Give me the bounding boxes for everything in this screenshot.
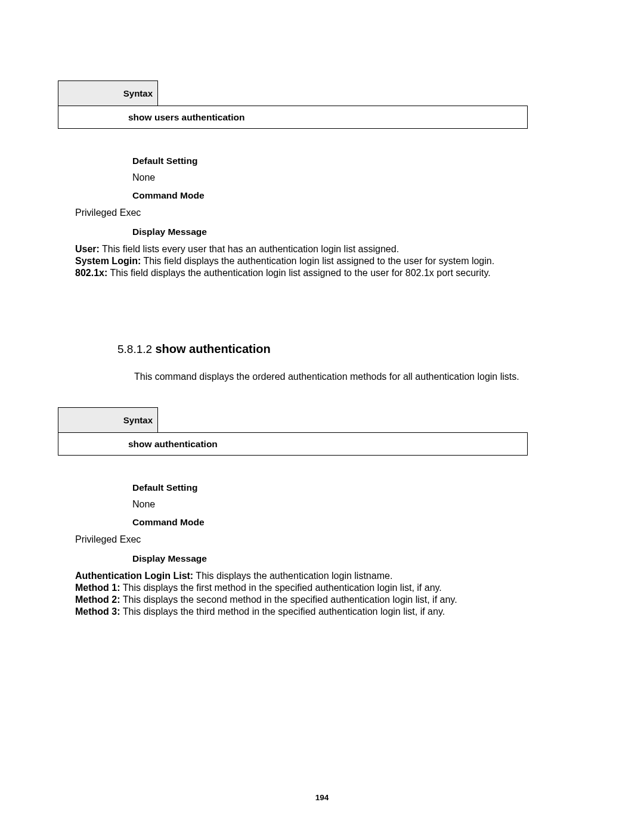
display-message-heading: Display Message bbox=[132, 227, 587, 237]
msg-text: This displays the third method in the sp… bbox=[120, 606, 445, 617]
command-mode-heading: Command Mode bbox=[132, 190, 587, 201]
syntax-label: Syntax bbox=[123, 415, 153, 425]
command-text: show users authentication bbox=[128, 112, 245, 123]
msg-text: This displays the first method in the sp… bbox=[120, 583, 442, 593]
syntax-box: Syntax bbox=[58, 80, 158, 106]
default-setting-heading: Default Setting bbox=[132, 482, 587, 493]
display-message-item: Method 1: This displays the first method… bbox=[75, 582, 587, 594]
display-message-item: System Login: This field displays the au… bbox=[75, 255, 587, 267]
display-message-heading: Display Message bbox=[132, 553, 587, 564]
command-mode-value: Privileged Exec bbox=[75, 207, 587, 219]
display-message-list: User: This field lists every user that h… bbox=[75, 243, 587, 279]
subsection-name: show authentication bbox=[155, 342, 270, 355]
msg-label: Authentication Login List: bbox=[75, 571, 193, 581]
msg-label: 802.1x: bbox=[75, 268, 107, 278]
subsection-title: 5.8.1.2 show authentication bbox=[117, 342, 587, 356]
syntax-box: Syntax bbox=[58, 407, 158, 433]
display-message-section: Display Message bbox=[132, 227, 587, 237]
default-setting-section: Default Setting None Command Mode bbox=[132, 156, 587, 201]
subsection-number: 5.8.1.2 bbox=[117, 343, 155, 355]
default-setting-section: Default Setting None Command Mode bbox=[132, 482, 587, 528]
display-message-item: Method 2: This displays the second metho… bbox=[75, 594, 587, 606]
msg-label: Method 1: bbox=[75, 583, 120, 593]
msg-text: This field displays the authentication l… bbox=[107, 268, 490, 278]
display-message-item: Authentication Login List: This displays… bbox=[75, 570, 587, 582]
default-setting-heading: Default Setting bbox=[132, 156, 587, 166]
msg-label: User: bbox=[75, 244, 100, 254]
command-box: show authentication bbox=[58, 432, 528, 456]
display-message-item: Method 3: This displays the third method… bbox=[75, 606, 587, 618]
display-message-item: 802.1x: This field displays the authenti… bbox=[75, 267, 587, 279]
display-message-item: User: This field lists every user that h… bbox=[75, 243, 587, 255]
msg-text: This displays the authentication login l… bbox=[193, 571, 392, 581]
syntax-label: Syntax bbox=[123, 88, 153, 98]
display-message-section: Display Message bbox=[132, 553, 587, 564]
msg-text: This field lists every user that has an … bbox=[100, 244, 399, 254]
default-setting-value: None bbox=[132, 499, 587, 510]
msg-label: System Login: bbox=[75, 256, 141, 266]
display-message-list: Authentication Login List: This displays… bbox=[75, 570, 587, 618]
command-mode-value: Privileged Exec bbox=[75, 534, 587, 546]
msg-text: This field displays the authentication l… bbox=[141, 256, 494, 266]
msg-text: This displays the second method in the s… bbox=[120, 594, 457, 605]
page-number: 194 bbox=[0, 793, 644, 802]
msg-label: Method 3: bbox=[75, 606, 120, 617]
subsection-description: This command displays the ordered authen… bbox=[134, 371, 587, 382]
command-box: show users authentication bbox=[58, 106, 528, 129]
command-mode-heading: Command Mode bbox=[132, 517, 587, 528]
command-text: show authentication bbox=[128, 439, 218, 450]
default-setting-value: None bbox=[132, 172, 587, 183]
msg-label: Method 2: bbox=[75, 594, 120, 605]
